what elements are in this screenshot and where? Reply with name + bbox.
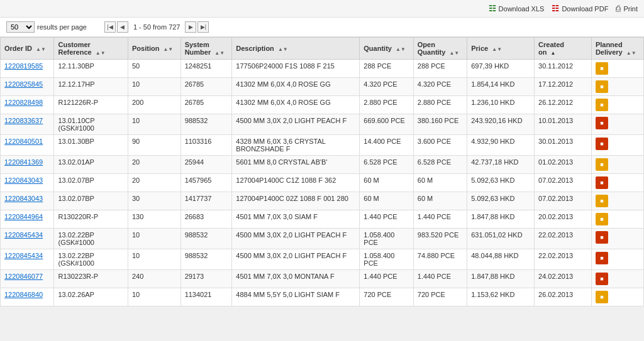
- cell-created: 26.12.2012: [535, 96, 592, 114]
- table-row: 1220828498 R121226R-P 200 26785 41302 MM…: [1, 96, 644, 114]
- page-info: 1 - 50 from 727: [133, 23, 180, 31]
- cell-created: 22.02.2013: [535, 229, 592, 249]
- sort-icon-created: ▲: [551, 50, 556, 56]
- cell-description: 4884 MM 5,5Y 5,0 LIGHT SIAM F: [232, 288, 360, 306]
- order-link[interactable]: 1220828498: [4, 99, 43, 106]
- delivery-icon-red: ■: [596, 273, 608, 285]
- cell-quantity: 6.528 PCE: [360, 156, 413, 174]
- cell-quantity: 4.320 PCE: [360, 78, 413, 96]
- cell-orderid: 1220846840: [1, 288, 54, 306]
- cell-position: 30: [128, 192, 180, 210]
- delivery-icon-amber: ■: [596, 62, 608, 75]
- last-page-button[interactable]: ▶|: [197, 21, 209, 33]
- table-row: 1220843043 13.02.07BP 20 1457965 127004P…: [1, 174, 644, 192]
- cell-quantity: 14.400 PCE: [360, 135, 413, 156]
- sort-icon-position: ▲▼: [163, 46, 173, 52]
- cell-openqty: 74.880 PCE: [413, 249, 467, 270]
- col-header-sysnumber[interactable]: SystemNumber ▲▼: [180, 38, 232, 60]
- print-button[interactable]: ⎙ Print: [616, 4, 638, 13]
- order-link[interactable]: 1220841369: [4, 158, 43, 166]
- cell-price: 5.092,63 HKD: [467, 174, 535, 192]
- cell-orderid: 1220841369: [1, 156, 54, 174]
- col-header-quantity[interactable]: Quantity ▲▼: [360, 38, 413, 60]
- col-header-price[interactable]: Price ▲▼: [467, 38, 535, 60]
- order-link[interactable]: 1220844964: [4, 213, 43, 220]
- cell-sysnumber: 1417737: [180, 192, 232, 210]
- cell-openqty: 6.528 PCE: [413, 156, 467, 174]
- cell-delivery: ■: [591, 270, 643, 288]
- table-row: 1220845434 13.02.22BP (GSK#1000 10 98853…: [1, 249, 644, 270]
- col-header-openqty[interactable]: OpenQuantity ▲▼: [413, 38, 467, 60]
- cell-orderid: 1220825845: [1, 78, 54, 96]
- col-header-custref[interactable]: CustomerReference ▲▼: [54, 38, 128, 60]
- cell-description: 5601 MM 8,0 CRYSTAL AB'B': [232, 156, 360, 174]
- order-link[interactable]: 1220825845: [4, 80, 43, 88]
- cell-openqty: 3.600 PCE: [413, 135, 467, 156]
- download-xls-label: Download XLS: [499, 5, 545, 13]
- order-link[interactable]: 1220819585: [4, 62, 43, 70]
- cell-custref: 12.12.17HP: [54, 78, 128, 96]
- order-link[interactable]: 1220843043: [4, 195, 43, 202]
- cell-orderid: 1220845434: [1, 229, 54, 249]
- cell-delivery: ■: [591, 288, 643, 306]
- cell-created: 30.11.2012: [535, 60, 592, 78]
- next-page-button[interactable]: ▶: [185, 21, 196, 33]
- order-link[interactable]: 1220846077: [4, 273, 43, 280]
- cell-created: 22.02.2013: [535, 249, 592, 270]
- per-page-label: results per page: [37, 23, 87, 31]
- order-link[interactable]: 1220843043: [4, 176, 43, 184]
- cell-description: 127004P1400C 02Z 1088 F 001 280: [232, 192, 360, 210]
- order-link[interactable]: 1220845434: [4, 252, 43, 259]
- cell-openqty: 60 M: [413, 192, 467, 210]
- prev-page-button[interactable]: ◀: [117, 21, 128, 33]
- cell-quantity: 288 PCE: [360, 60, 413, 78]
- order-link[interactable]: 1220840501: [4, 138, 43, 145]
- col-header-delivery[interactable]: PlannedDelivery ▲▼: [591, 38, 643, 60]
- order-link[interactable]: 1220846840: [4, 291, 43, 298]
- delivery-icon-amber: ■: [596, 291, 608, 303]
- cell-sysnumber: 1248251: [180, 60, 232, 78]
- cell-custref: 12.11.30BP: [54, 60, 128, 78]
- cell-openqty: 2.880 PCE: [413, 96, 467, 114]
- download-pdf-button[interactable]: ☷ Download PDF: [552, 4, 608, 13]
- xls-icon: ☷: [489, 4, 496, 13]
- print-label: Print: [623, 5, 638, 13]
- delivery-icon-amber: ■: [596, 99, 608, 111]
- cell-sysnumber: 988532: [180, 114, 232, 135]
- download-xls-button[interactable]: ☷ Download XLS: [489, 4, 545, 13]
- cell-delivery: ■: [591, 192, 643, 210]
- first-page-button[interactable]: |◀: [104, 21, 116, 33]
- cell-price: 1.153,62 HKD: [467, 288, 535, 306]
- sort-icon-custref: ▲▼: [96, 50, 106, 56]
- cell-custref: R130220R-P: [54, 210, 128, 229]
- cell-openqty: 1.440 PCE: [413, 270, 467, 288]
- sort-icon-quantity: ▲▼: [396, 46, 406, 52]
- sort-icon-orderid: ▲▼: [36, 46, 46, 52]
- cell-position: 10: [128, 114, 180, 135]
- cell-description: 4500 MM 3,0X 2,0 LIGHT PEACH F: [232, 114, 360, 135]
- cell-description: 4500 MM 3,0X 2,0 LIGHT PEACH F: [232, 249, 360, 270]
- cell-price: 48.044,88 HKD: [467, 249, 535, 270]
- col-header-description[interactable]: Description ▲▼: [232, 38, 360, 60]
- cell-delivery: ■: [591, 60, 643, 78]
- cell-orderid: 1220819585: [1, 60, 54, 78]
- cell-position: 240: [128, 270, 180, 288]
- col-header-position[interactable]: Position ▲▼: [128, 38, 180, 60]
- cell-orderid: 1220843043: [1, 174, 54, 192]
- cell-position: 20: [128, 174, 180, 192]
- cell-price: 4.932,90 HKD: [467, 135, 535, 156]
- cell-delivery: ■: [591, 96, 643, 114]
- cell-custref: 13.02.01AP: [54, 156, 128, 174]
- per-page-select[interactable]: 50 25 100: [6, 21, 35, 33]
- cell-position: 50: [128, 60, 180, 78]
- col-header-orderid[interactable]: Order ID ▲▼: [1, 38, 54, 60]
- order-link[interactable]: 1220845434: [4, 231, 43, 239]
- order-link[interactable]: 1220833637: [4, 117, 43, 124]
- cell-openqty: 288 PCE: [413, 60, 467, 78]
- cell-openqty: 983.520 PCE: [413, 229, 467, 249]
- delivery-icon-red: ■: [596, 138, 608, 150]
- sort-icon-description: ▲▼: [278, 46, 288, 52]
- col-header-created[interactable]: Createdon ▲: [535, 38, 592, 60]
- cell-delivery: ■: [591, 249, 643, 270]
- cell-description: 4501 MM 7,0X 3,0 MONTANA F: [232, 270, 360, 288]
